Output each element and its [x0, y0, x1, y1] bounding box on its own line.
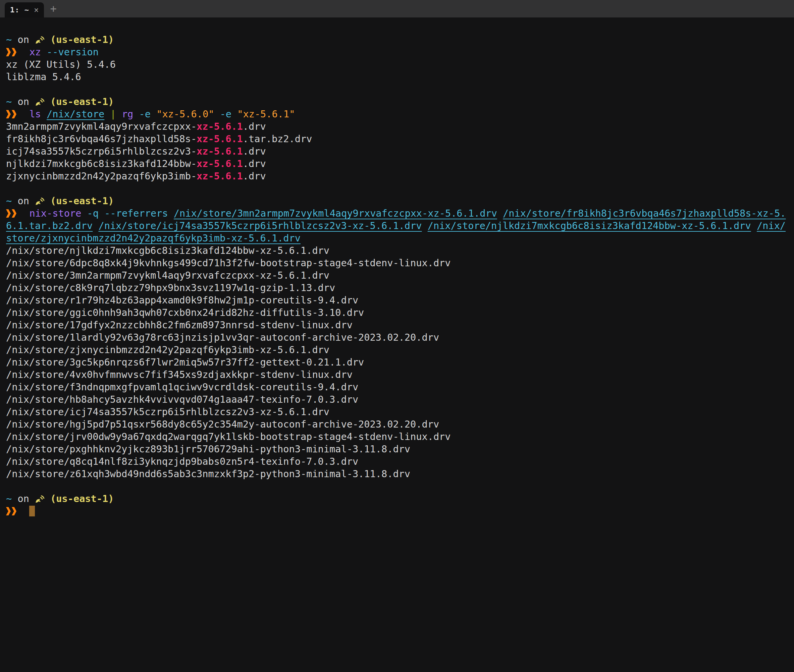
output-text: /nix/store/pxghhknv2yjkcz893b1jrr5706729… [6, 443, 410, 455]
aws-region: (us-east-1) [50, 493, 114, 504]
text-segment [81, 208, 87, 219]
output-text: zjxnycinbmzzd2n42y2pazqf6ykp3imb- [6, 170, 197, 182]
new-tab-button[interactable]: + [50, 3, 56, 14]
text-segment: on [12, 34, 35, 45]
output-line: /nix/store/ggic0hnh9ah3qwh07cxb0nx24rid8… [6, 307, 794, 319]
text-segment [18, 208, 29, 219]
match-highlight: xz-5.6.1 [197, 170, 243, 182]
aws-region: (us-east-1) [50, 96, 114, 107]
output-text: /nix/store/hgj5pd7p51qsxr568dy8c65y2c354… [6, 419, 439, 430]
output-line: /nix/store/q8cq14nlf8zi3yknqzjdp9babs0zn… [6, 455, 794, 468]
text-segment [18, 506, 29, 517]
text-segment [18, 46, 29, 58]
tab-1[interactable]: 1: ~ × [5, 2, 44, 18]
output-line: /nix/store/z61xqh3wbd49ndd6s5ab3c3nmzxkf… [6, 468, 794, 480]
terminal-screen[interactable]: ~ on (us-east-1) xz --versionxz (XZ Util… [0, 18, 794, 517]
command-name: nix-store [29, 208, 81, 219]
blank-line [6, 182, 794, 195]
path-link[interactable]: /nix/ [757, 220, 786, 231]
prompt-line: ~ on (us-east-1) [6, 195, 794, 207]
output-text: icj74sa3557k5czrp6i5rhlblzcsz2v3- [6, 146, 197, 157]
text-segment [232, 108, 237, 120]
output-text: /nix/store/jrv00dw9y9a67qxdq2warqgq7yk1l… [6, 431, 451, 442]
tab-bar: 1: ~ × + [0, 0, 794, 18]
text-segment: on [12, 96, 35, 107]
text-segment [99, 208, 104, 219]
satellite-icon [35, 96, 50, 108]
aws-region: (us-east-1) [50, 195, 114, 206]
text-segment [116, 108, 122, 120]
prompt-cwd: ~ [6, 96, 12, 107]
output-line: /nix/store/zjxnycinbmzzd2n42y2pazqf6ykp3… [6, 344, 794, 356]
output-line: /nix/store/f3ndnqpmxgfpvamlq1qciwv9vcrdl… [6, 381, 794, 394]
text-segment [41, 46, 46, 58]
command-flag: --referrers [104, 208, 168, 219]
prompt-line: ~ on (us-east-1) [6, 34, 794, 46]
output-line: liblzma 5.4.6 [6, 71, 794, 83]
output-text: /nix/store/6dpc8q8xk4j9kvhnkgs499cd71h3f… [6, 257, 451, 269]
match-highlight: xz-5.6.1 [197, 158, 243, 170]
text-segment: on [12, 493, 35, 504]
output-line: /nix/store/3mn2armpm7zvykml4aqy9rxvafczc… [6, 269, 794, 282]
command-line: nix-store -q --referrers /nix/store/3mn2… [6, 207, 794, 220]
command-flag: -q [87, 208, 99, 219]
output-text: /nix/store/zjxnycinbmzzd2n42y2pazqf6ykp3… [6, 344, 330, 355]
text-segment [497, 208, 503, 219]
path-link[interactable]: /nix/store/icj74sa3557k5czrp6i5rhlblzcsz… [98, 220, 422, 231]
output-line: /nix/store/icj74sa3557k5czrp6i5rhlblzcsz… [6, 406, 794, 418]
prompt-arrow [6, 46, 18, 58]
pipe-operator: | [110, 108, 116, 120]
text-segment [18, 108, 29, 120]
command-name: xz [29, 46, 41, 58]
command-name: rg [122, 108, 133, 120]
path-link[interactable]: /nix/store [46, 108, 104, 120]
output-line: /nix/store/jrv00dw9y9a67qxdq2warqgq7yk1l… [6, 430, 794, 443]
text-segment [93, 220, 98, 231]
satellite-icon [35, 34, 50, 46]
close-icon[interactable]: × [34, 6, 38, 14]
output-text: .drv [243, 170, 266, 182]
output-line: /nix/store/c8k9rq7lqbzz79hpx9bnx3svz1197… [6, 282, 794, 294]
output-line: /nix/store/3gc5kp6nrqzs6f7lwr2miq5w57r37… [6, 356, 794, 368]
match-highlight: xz-5.6.1 [197, 121, 243, 132]
text-segment: on [12, 195, 35, 206]
blank-line [6, 83, 794, 96]
command-arg: "xz-5.6.1" [237, 108, 295, 120]
output-text: /nix/store/f3ndnqpmxgfpvamlq1qciwv9vcrdl… [6, 381, 358, 393]
output-text: /nix/store/3mn2armpm7zvykml4aqy9rxvafczc… [6, 270, 330, 281]
command-line [6, 505, 794, 517]
output-line: 3mn2armpm7zvykml4aqy9rxvafczcpxx-xz-5.6.… [6, 120, 794, 133]
output-line: njlkdzi7mxkcgb6c8isiz3kafd124bbw-xz-5.6.… [6, 158, 794, 170]
command-arg: "xz-5.6.0" [156, 108, 214, 120]
prompt-arrow [6, 108, 18, 120]
text-segment [168, 208, 174, 219]
output-line: /nix/store/hb8ahcy5avzhk4vvivvqvd074g1aa… [6, 394, 794, 406]
prompt-arrow [6, 207, 18, 220]
prompt-cwd: ~ [6, 493, 12, 504]
output-text: /nix/store/17gdfyx2nzzcbhh8c2fm6zm8973nn… [6, 319, 352, 331]
output-text: /nix/store/3gc5kp6nrqzs6f7lwr2miq5w57r37… [6, 357, 364, 368]
output-text: /nix/store/z61xqh3wbd49ndd6s5ab3c3nmzxkf… [6, 468, 410, 480]
path-link[interactable]: store/zjxnycinbmzzd2n42y2pazqf6ykp3imb-x… [6, 232, 301, 244]
output-text: /nix/store/ggic0hnh9ah3qwh07cxb0nx24rid8… [6, 307, 364, 318]
output-text: /nix/store/r1r79hz4bz63app4xamd0k9f8hw2j… [6, 294, 358, 306]
output-text: 3mn2armpm7zvykml4aqy9rxvafczcpxx- [6, 121, 197, 132]
command-flag: -e [139, 108, 150, 120]
command-line: ls /nix/store | rg -e "xz-5.6.0" -e "xz-… [6, 108, 794, 120]
aws-region: (us-east-1) [50, 34, 114, 45]
output-text: njlkdzi7mxkcgb6c8isiz3kafd124bbw- [6, 158, 197, 170]
path-link[interactable]: /nix/store/njlkdzi7mxkcgb6c8isiz3kafd124… [428, 220, 751, 231]
path-link[interactable]: /nix/store/3mn2armpm7zvykml4aqy9rxvafczc… [174, 208, 497, 219]
path-link[interactable]: /nix/store/fr8ikh8jc3r6vbqa46s7jzhaxplld… [503, 208, 786, 219]
cursor-block [29, 506, 35, 517]
command-flag: --version [46, 46, 99, 58]
output-text: /nix/store/njlkdzi7mxkcgb6c8isiz3kafd124… [6, 245, 330, 256]
output-line: /nix/store/hgj5pd7p51qsxr568dy8c65y2c354… [6, 418, 794, 430]
prompt-cwd: ~ [6, 34, 12, 45]
text-segment [104, 108, 110, 120]
path-link[interactable]: 6.1.tar.bz2.drv [6, 220, 93, 231]
output-text: /nix/store/hb8ahcy5avzhk4vvivvqvd074g1aa… [6, 394, 358, 405]
prompt-cwd: ~ [6, 195, 12, 206]
satellite-icon [35, 195, 50, 207]
output-line: /nix/store/6dpc8q8xk4j9kvhnkgs499cd71h3f… [6, 257, 794, 269]
